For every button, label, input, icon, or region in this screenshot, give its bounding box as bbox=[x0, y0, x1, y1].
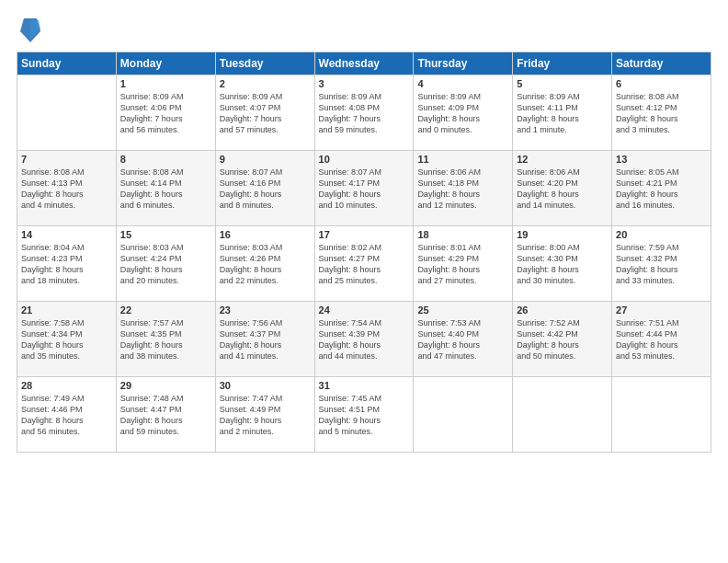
day-cell: 30Sunrise: 7:47 AMSunset: 4:49 PMDayligh… bbox=[215, 377, 314, 453]
day-number: 7 bbox=[21, 154, 112, 165]
day-cell: 21Sunrise: 7:58 AMSunset: 4:34 PMDayligh… bbox=[17, 302, 117, 377]
day-number: 16 bbox=[220, 229, 311, 240]
column-header-wednesday: Wednesday bbox=[314, 52, 414, 75]
column-header-friday: Friday bbox=[513, 52, 612, 75]
day-number: 14 bbox=[21, 229, 112, 240]
day-number: 12 bbox=[517, 154, 608, 165]
day-number: 8 bbox=[120, 154, 211, 165]
day-number: 11 bbox=[417, 154, 508, 165]
day-number: 21 bbox=[21, 304, 112, 316]
day-info: Sunrise: 8:09 AMSunset: 4:11 PMDaylight:… bbox=[517, 91, 608, 136]
column-header-sunday: Sunday bbox=[17, 52, 117, 75]
day-cell: 2Sunrise: 8:09 AMSunset: 4:07 PMDaylight… bbox=[215, 75, 314, 151]
day-cell: 27Sunrise: 7:51 AMSunset: 4:44 PMDayligh… bbox=[612, 302, 711, 377]
day-number: 17 bbox=[319, 229, 410, 240]
day-info: Sunrise: 8:03 AMSunset: 4:26 PMDaylight:… bbox=[220, 242, 311, 287]
day-cell: 31Sunrise: 7:45 AMSunset: 4:51 PMDayligh… bbox=[314, 377, 414, 453]
header bbox=[17, 17, 711, 42]
logo-icon bbox=[20, 17, 39, 42]
day-number: 30 bbox=[220, 380, 311, 391]
day-info: Sunrise: 7:59 AMSunset: 4:32 PMDaylight:… bbox=[616, 242, 707, 287]
day-cell: 19Sunrise: 8:00 AMSunset: 4:30 PMDayligh… bbox=[513, 226, 612, 302]
day-number: 2 bbox=[220, 78, 311, 89]
column-header-thursday: Thursday bbox=[414, 52, 513, 75]
day-number: 27 bbox=[616, 304, 707, 316]
day-info: Sunrise: 8:01 AMSunset: 4:29 PMDaylight:… bbox=[417, 242, 508, 287]
day-number: 22 bbox=[120, 304, 211, 316]
day-number: 28 bbox=[21, 380, 112, 391]
day-cell: 11Sunrise: 8:06 AMSunset: 4:18 PMDayligh… bbox=[414, 151, 513, 226]
day-cell: 10Sunrise: 8:07 AMSunset: 4:17 PMDayligh… bbox=[314, 151, 414, 226]
day-info: Sunrise: 7:56 AMSunset: 4:37 PMDaylight:… bbox=[220, 317, 311, 362]
week-row-5: 28Sunrise: 7:49 AMSunset: 4:46 PMDayligh… bbox=[17, 377, 711, 453]
week-row-3: 14Sunrise: 8:04 AMSunset: 4:23 PMDayligh… bbox=[17, 226, 711, 302]
day-info: Sunrise: 8:05 AMSunset: 4:21 PMDaylight:… bbox=[616, 167, 707, 212]
day-cell: 23Sunrise: 7:56 AMSunset: 4:37 PMDayligh… bbox=[215, 302, 314, 377]
day-cell: 28Sunrise: 7:49 AMSunset: 4:46 PMDayligh… bbox=[17, 377, 117, 453]
day-info: Sunrise: 7:51 AMSunset: 4:44 PMDaylight:… bbox=[616, 317, 707, 362]
day-info: Sunrise: 8:04 AMSunset: 4:23 PMDaylight:… bbox=[21, 242, 112, 287]
day-cell: 29Sunrise: 7:48 AMSunset: 4:47 PMDayligh… bbox=[116, 377, 215, 453]
day-info: Sunrise: 8:06 AMSunset: 4:18 PMDaylight:… bbox=[417, 167, 508, 212]
day-cell: 20Sunrise: 7:59 AMSunset: 4:32 PMDayligh… bbox=[612, 226, 711, 302]
day-number: 23 bbox=[220, 304, 311, 316]
day-info: Sunrise: 8:08 AMSunset: 4:13 PMDaylight:… bbox=[21, 167, 112, 212]
day-info: Sunrise: 8:02 AMSunset: 4:27 PMDaylight:… bbox=[319, 242, 410, 287]
day-cell: 16Sunrise: 8:03 AMSunset: 4:26 PMDayligh… bbox=[215, 226, 314, 302]
day-info: Sunrise: 8:08 AMSunset: 4:12 PMDaylight:… bbox=[616, 91, 707, 136]
day-cell: 8Sunrise: 8:08 AMSunset: 4:14 PMDaylight… bbox=[116, 151, 215, 226]
day-info: Sunrise: 8:03 AMSunset: 4:24 PMDaylight:… bbox=[120, 242, 211, 287]
day-cell bbox=[513, 377, 612, 453]
day-info: Sunrise: 7:45 AMSunset: 4:51 PMDaylight:… bbox=[319, 393, 410, 438]
day-info: Sunrise: 8:07 AMSunset: 4:16 PMDaylight:… bbox=[220, 167, 311, 212]
day-info: Sunrise: 8:09 AMSunset: 4:07 PMDaylight:… bbox=[220, 91, 311, 136]
day-number: 31 bbox=[319, 380, 410, 391]
calendar-table: SundayMondayTuesdayWednesdayThursdayFrid… bbox=[17, 52, 711, 453]
day-number: 25 bbox=[417, 304, 508, 316]
day-info: Sunrise: 8:00 AMSunset: 4:30 PMDaylight:… bbox=[517, 242, 608, 287]
day-number: 26 bbox=[517, 304, 608, 316]
header-row: SundayMondayTuesdayWednesdayThursdayFrid… bbox=[17, 52, 711, 75]
day-cell: 9Sunrise: 8:07 AMSunset: 4:16 PMDaylight… bbox=[215, 151, 314, 226]
day-number: 1 bbox=[120, 78, 211, 89]
week-row-2: 7Sunrise: 8:08 AMSunset: 4:13 PMDaylight… bbox=[17, 151, 711, 226]
day-cell: 17Sunrise: 8:02 AMSunset: 4:27 PMDayligh… bbox=[314, 226, 414, 302]
day-info: Sunrise: 8:09 AMSunset: 4:09 PMDaylight:… bbox=[417, 91, 508, 136]
day-number: 15 bbox=[120, 229, 211, 240]
day-number: 6 bbox=[616, 78, 707, 89]
day-number: 10 bbox=[319, 154, 410, 165]
week-row-4: 21Sunrise: 7:58 AMSunset: 4:34 PMDayligh… bbox=[17, 302, 711, 377]
week-row-1: 1Sunrise: 8:09 AMSunset: 4:06 PMDaylight… bbox=[17, 75, 711, 151]
day-number: 24 bbox=[319, 304, 410, 316]
column-header-tuesday: Tuesday bbox=[215, 52, 314, 75]
day-cell: 15Sunrise: 8:03 AMSunset: 4:24 PMDayligh… bbox=[116, 226, 215, 302]
day-cell: 18Sunrise: 8:01 AMSunset: 4:29 PMDayligh… bbox=[414, 226, 513, 302]
day-cell bbox=[17, 75, 117, 151]
day-cell: 24Sunrise: 7:54 AMSunset: 4:39 PMDayligh… bbox=[314, 302, 414, 377]
column-header-saturday: Saturday bbox=[612, 52, 711, 75]
day-info: Sunrise: 7:58 AMSunset: 4:34 PMDaylight:… bbox=[21, 317, 112, 362]
day-cell: 3Sunrise: 8:09 AMSunset: 4:08 PMDaylight… bbox=[314, 75, 414, 151]
day-info: Sunrise: 7:54 AMSunset: 4:39 PMDaylight:… bbox=[319, 317, 410, 362]
day-info: Sunrise: 8:09 AMSunset: 4:08 PMDaylight:… bbox=[319, 91, 410, 136]
day-number: 3 bbox=[319, 78, 410, 89]
day-info: Sunrise: 8:06 AMSunset: 4:20 PMDaylight:… bbox=[517, 167, 608, 212]
day-number: 13 bbox=[616, 154, 707, 165]
day-cell: 25Sunrise: 7:53 AMSunset: 4:40 PMDayligh… bbox=[414, 302, 513, 377]
day-number: 9 bbox=[220, 154, 311, 165]
day-cell: 1Sunrise: 8:09 AMSunset: 4:06 PMDaylight… bbox=[116, 75, 215, 151]
day-number: 4 bbox=[417, 78, 508, 89]
day-info: Sunrise: 7:57 AMSunset: 4:35 PMDaylight:… bbox=[120, 317, 211, 362]
day-cell: 7Sunrise: 8:08 AMSunset: 4:13 PMDaylight… bbox=[17, 151, 117, 226]
day-cell: 12Sunrise: 8:06 AMSunset: 4:20 PMDayligh… bbox=[513, 151, 612, 226]
day-number: 29 bbox=[120, 380, 211, 391]
day-info: Sunrise: 7:52 AMSunset: 4:42 PMDaylight:… bbox=[517, 317, 608, 362]
day-cell: 22Sunrise: 7:57 AMSunset: 4:35 PMDayligh… bbox=[116, 302, 215, 377]
day-cell: 14Sunrise: 8:04 AMSunset: 4:23 PMDayligh… bbox=[17, 226, 117, 302]
day-number: 18 bbox=[417, 229, 508, 240]
day-info: Sunrise: 7:48 AMSunset: 4:47 PMDaylight:… bbox=[120, 393, 211, 438]
day-info: Sunrise: 7:53 AMSunset: 4:40 PMDaylight:… bbox=[417, 317, 508, 362]
day-cell bbox=[612, 377, 711, 453]
column-header-monday: Monday bbox=[116, 52, 215, 75]
day-info: Sunrise: 7:49 AMSunset: 4:46 PMDaylight:… bbox=[21, 393, 112, 438]
